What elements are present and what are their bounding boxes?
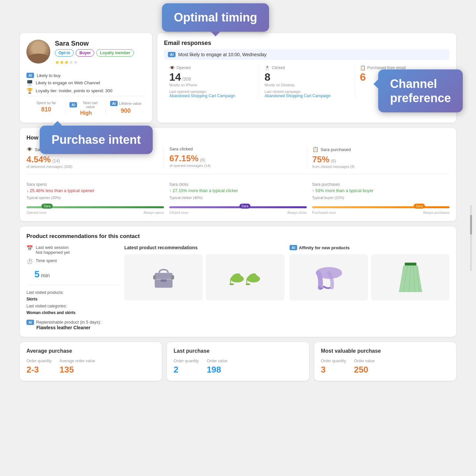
avatar xyxy=(26,40,50,63)
time-unit: min xyxy=(41,273,50,279)
stat-col-purchased-title: 📋 Sara purchased xyxy=(312,146,444,152)
clicked-campaign-link[interactable]: Abandoned Shopping Cart Campaign xyxy=(264,94,349,98)
profile-traits: AI Likely to buy 🖥️ Likely to engage on … xyxy=(26,73,145,94)
purchase-icon: 📋 xyxy=(360,65,366,70)
loyalty-icon: 🏆 xyxy=(26,88,33,94)
purchases-highlight: ↑ 53% more than a typical buyer xyxy=(312,188,450,193)
ai-badge: AI xyxy=(26,73,34,78)
web-session-label: Last web session xyxy=(36,245,70,250)
last-order-value-label: Order value xyxy=(207,359,227,363)
badge-buyer: Buyer xyxy=(76,49,94,57)
next-cart-value: High xyxy=(69,110,102,116)
replenish-label: Replenishable product (in 5 days): xyxy=(36,320,101,325)
affinity-title: AI Affinity for new products xyxy=(290,245,450,250)
purchase-row: Average purchase Order quantity 2-3 Aver… xyxy=(20,342,456,381)
calendar-icon: 📅 xyxy=(26,245,33,251)
scrollbar-thumb[interactable] xyxy=(470,215,472,235)
handbag-svg xyxy=(149,262,178,292)
last-visited-categories: Woman clothes and skirts xyxy=(26,310,75,315)
time-spent-info: Time spent xyxy=(36,258,57,263)
metric-clicked: 🖱️ Clicked 8 Mostly on Desktop Last clic… xyxy=(259,65,354,98)
clicks-typical: Typical clicker (40%) xyxy=(169,196,307,200)
replenish-row: AI Replenishable product (in 5 days): xyxy=(26,320,119,325)
slider-purchases: Sara purchases ↑ 53% more than a typical… xyxy=(312,182,450,215)
product-section-title: Product recommendations for this contact xyxy=(26,233,450,240)
purchased-count: (6) xyxy=(331,158,336,163)
profile-stats: Spent so far 810 AI Next cart value High… xyxy=(26,96,145,116)
product-right: AI Affinity for new products xyxy=(290,245,450,330)
stat-col-clicked-title: Sara clicked xyxy=(169,146,301,151)
purchased-percent: 75% xyxy=(312,154,330,164)
average-purchase-title: Average purchase xyxy=(26,348,155,354)
slider-clicks: Sara clicks ↑ 27.15% more than a typical… xyxy=(169,182,307,215)
channel-preference-tooltip: Channelpreference xyxy=(378,69,463,112)
optimal-timing-label: Optimal timing xyxy=(174,11,257,24)
skirt-svg xyxy=(397,261,424,294)
spent-label: Spent so far xyxy=(30,101,62,105)
average-order-qty-label: Order quantity xyxy=(26,359,52,363)
opens-typical: Typical opener (30%) xyxy=(26,196,164,200)
ai-badge-replenish: AI xyxy=(26,320,34,325)
lifetime-label: AI Lifetime value xyxy=(109,101,142,106)
average-order-value: Average order value 135 xyxy=(60,359,95,375)
spent-value: 810 xyxy=(30,106,62,113)
badge-optin: Opt-in xyxy=(55,49,74,57)
last-purchase-title: Last purchase xyxy=(174,348,302,354)
opens-labels: Opened once Always opens xyxy=(26,211,164,215)
star-rating: ★★★★★ xyxy=(55,59,145,65)
opened-label: 👁️ Opened xyxy=(169,65,254,70)
opens-slider-title: Sara opens xyxy=(26,182,164,187)
opened-campaign-link[interactable]: Abandoned Shopping Cart Campaign xyxy=(169,94,254,98)
badges-row: Opt-in Buyer Loyalty member xyxy=(55,49,145,57)
purchases-slider-title: Sara purchases xyxy=(312,182,450,187)
purchases-right-label: Always purchases xyxy=(423,211,450,215)
most-valuable-metrics: Order quantity 3 Order value 250 xyxy=(321,359,450,375)
optimal-timing-tooltip: Optimal timing xyxy=(162,3,269,32)
trait-web-channel: 🖥️ Likely to engage on Web Channel xyxy=(26,80,145,86)
avatar-image xyxy=(26,40,50,63)
stat-next-cart: AI Next cart value High xyxy=(66,101,106,116)
opens-highlight: ↓ 25.46% less than a typical opener xyxy=(26,188,164,193)
purchased-sub-2: from clicked messages (8) xyxy=(312,165,444,169)
trait-likely-buy: AI Likely to buy xyxy=(26,73,145,78)
ai-badge-next: AI xyxy=(69,102,77,107)
most-valuable-qty-value: 3 xyxy=(321,365,346,375)
clicks-highlight: ↑ 27.15% more than a typical clicker xyxy=(169,188,307,193)
purchase-intent-label: Purchase intent xyxy=(52,133,141,146)
lifetime-value: 900 xyxy=(109,107,142,114)
opened-total: /308 xyxy=(182,76,191,82)
ai-badge-timing: AI xyxy=(168,52,176,57)
web-session-row: 📅 Last web session Not happened yet xyxy=(26,245,119,255)
stat-col-clicked: Sara clicked 67.15% (8) of opened messag… xyxy=(164,146,307,169)
product-middle: Latest product recommendations xyxy=(124,245,284,330)
stat-col-purchased: 📋 Sara purchased 75% (6) from clicked me… xyxy=(307,146,450,169)
replenish-product: Flawless leather Cleaner xyxy=(36,325,119,330)
web-channel-icon: 🖥️ xyxy=(26,80,33,86)
product-img-handbag xyxy=(124,254,203,300)
optimal-timing-text: Most likely to engage at 10:00, Wednesda… xyxy=(178,52,266,57)
clicked-percent: 67.15% xyxy=(169,153,198,163)
purchases-labels: Purchased once Always purchases xyxy=(312,211,450,215)
product-images xyxy=(124,254,284,300)
last-visited-products: Skirts xyxy=(26,297,37,301)
product-grid: 📅 Last web session Not happened yet ⏱️ T… xyxy=(26,245,450,330)
heels-svg xyxy=(229,266,262,289)
clicked-campaign-label: Last clicked campaign: xyxy=(264,90,349,94)
last-purchase-metrics: Order quantity 2 Order value 198 xyxy=(174,359,302,375)
purchases-typical: Typical buyer (22%) xyxy=(312,196,450,200)
eye-icon: 👁️ xyxy=(169,65,175,70)
last-order-value-value: 198 xyxy=(207,365,227,375)
most-valuable-purchase-card: Most valuable purchase Order quantity 3 … xyxy=(314,342,456,381)
last-order-qty-value: 2 xyxy=(174,365,199,375)
last-visited-categories-label: Last visited categories: xyxy=(26,303,119,309)
profile-name: Sara Snow xyxy=(55,40,145,47)
scrollbar[interactable] xyxy=(470,205,472,271)
affinity-images xyxy=(290,254,450,300)
click-icon: 🖱️ xyxy=(264,65,270,70)
most-valuable-value-value: 250 xyxy=(354,365,375,375)
eye-icon-2: 👁️ xyxy=(26,146,33,152)
opened-percent-row: 4.54% (14) xyxy=(26,154,158,165)
opens-left-label: Opened once xyxy=(26,211,46,215)
clicks-track: Sara xyxy=(169,206,307,208)
scarf-svg xyxy=(312,264,345,291)
